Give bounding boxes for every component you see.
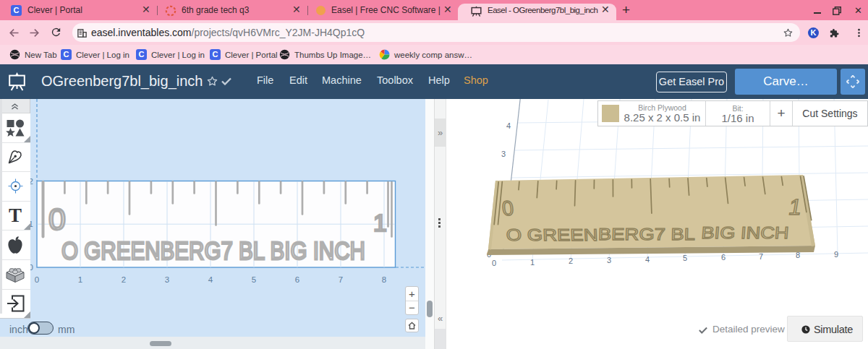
svg-text:0: 0 xyxy=(30,263,33,272)
svg-text:2: 2 xyxy=(569,257,573,265)
svg-text:2: 2 xyxy=(122,275,126,284)
svg-text:BERG7 BL: BERG7 BL xyxy=(598,225,696,244)
svg-text:O GREENBERG7 BL BIG INCH: O GREENBERG7 BL BIG INCH xyxy=(61,236,365,264)
svg-text:4: 4 xyxy=(506,121,511,130)
svg-text:1: 1 xyxy=(373,209,387,236)
svg-text:2: 2 xyxy=(30,177,33,186)
svg-text:4: 4 xyxy=(208,275,213,284)
svg-text:8: 8 xyxy=(382,275,386,284)
svg-text:3: 3 xyxy=(165,275,169,284)
svg-text:3: 3 xyxy=(607,256,611,264)
svg-text:BIG INCH: BIG INCH xyxy=(701,223,790,242)
svg-text:0: 0 xyxy=(48,202,66,236)
svg-text:7: 7 xyxy=(339,275,343,284)
svg-text:5: 5 xyxy=(252,275,256,284)
svg-text:9: 9 xyxy=(834,250,838,259)
svg-text:0: 0 xyxy=(492,259,496,267)
svg-text:6: 6 xyxy=(295,275,299,284)
svg-text:7: 7 xyxy=(759,252,763,261)
svg-text:6: 6 xyxy=(721,253,726,262)
svg-text:3: 3 xyxy=(501,150,506,158)
svg-text:5: 5 xyxy=(683,254,687,262)
svg-text:O GREEN: O GREEN xyxy=(506,225,598,244)
svg-text:1: 1 xyxy=(78,275,82,284)
svg-text:4: 4 xyxy=(645,255,650,264)
svg-text:0: 0 xyxy=(35,275,39,284)
svg-text:1: 1 xyxy=(530,258,535,267)
svg-text:0: 0 xyxy=(501,197,515,220)
svg-text:1: 1 xyxy=(30,220,33,228)
